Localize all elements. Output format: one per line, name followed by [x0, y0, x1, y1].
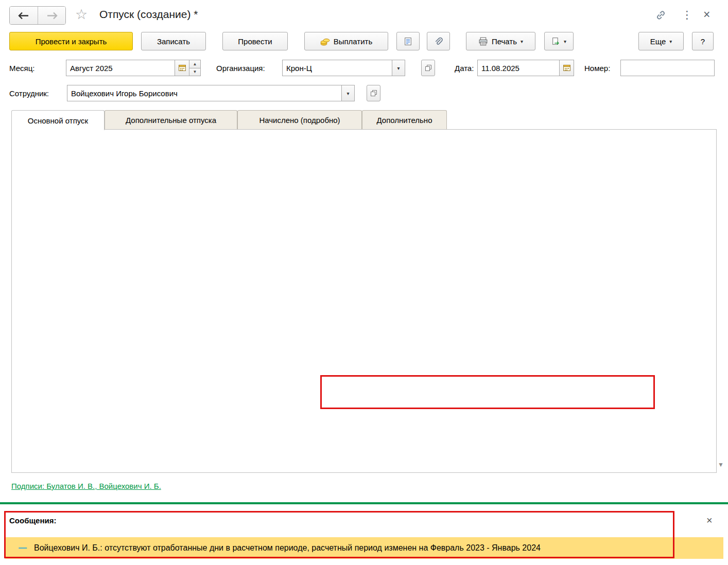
post-and-close-label: Провести и закрыть	[36, 37, 107, 46]
page-title: Отпуск (создание) *	[99, 8, 198, 21]
date-field: 11.08.2025	[477, 60, 574, 76]
employee-open-button[interactable]	[367, 85, 380, 101]
month-spinner-down[interactable]: ▼	[189, 68, 201, 77]
date-calendar-button[interactable]	[560, 60, 574, 76]
more-actions-label: Еще	[650, 37, 666, 46]
tab-label: Основной отпуск	[28, 116, 88, 125]
document-arrow-icon	[551, 37, 560, 46]
print-label: Печать	[492, 37, 517, 46]
attachments-button[interactable]	[427, 32, 450, 50]
number-field	[620, 60, 715, 76]
organization-label: Организация:	[216, 64, 265, 73]
month-label: Месяц:	[9, 64, 34, 73]
back-arrow-icon	[18, 12, 29, 20]
nav-buttons	[9, 6, 66, 25]
employee-field: Войцехович Игорь Борисович ▾	[67, 85, 355, 101]
favorite-star-icon[interactable]: ☆	[75, 6, 88, 23]
month-spinner: ▲ ▼	[189, 60, 201, 76]
tab-additional-vacations[interactable]: Дополнительные отпуска	[105, 110, 237, 129]
post-label: Провести	[238, 37, 272, 46]
create-based-on-button[interactable]: ▾	[544, 32, 574, 50]
messages-header: Сообщения:	[9, 516, 56, 525]
write-label: Записать	[157, 37, 190, 46]
window-close-icon[interactable]: ×	[703, 8, 710, 22]
calendar-icon	[563, 64, 571, 72]
help-label: ?	[701, 37, 705, 46]
date-label: Дата:	[455, 64, 474, 73]
nav-forward-button[interactable]	[38, 7, 65, 24]
help-button[interactable]: ?	[692, 32, 714, 50]
organization-input[interactable]: Крон-Ц	[282, 60, 392, 76]
pay-button[interactable]: Выплатить	[304, 32, 388, 50]
document-lines-icon	[404, 37, 412, 46]
month-spinner-up[interactable]: ▲	[189, 60, 201, 68]
employee-label: Сотрудник:	[9, 89, 49, 98]
forward-arrow-icon	[46, 12, 58, 20]
organization-open-button[interactable]	[421, 60, 435, 76]
date-input[interactable]: 11.08.2025	[477, 60, 560, 76]
tab-accrued-details[interactable]: Начислено (подробно)	[237, 110, 362, 129]
tab-label: Начислено (подробно)	[259, 116, 340, 125]
chevron-down-icon: ▾	[564, 39, 566, 44]
organization-field: Крон-Ц ▾	[282, 60, 405, 76]
link-icon[interactable]	[655, 9, 667, 23]
tab-label: Дополнительные отпуска	[126, 116, 216, 125]
organization-dropdown-button[interactable]: ▾	[392, 60, 405, 76]
print-button[interactable]: Печать ▾	[466, 32, 535, 50]
message-row[interactable]: — Войцехович И. Б.: отсутствуют отработа…	[5, 537, 723, 559]
message-dash-icon: —	[19, 543, 27, 553]
month-input[interactable]: Август 2025	[66, 60, 175, 76]
chevron-down-icon: ▾	[521, 39, 523, 44]
employee-input[interactable]: Войцехович Игорь Борисович	[67, 85, 342, 101]
coins-icon	[320, 37, 330, 46]
messages-close-icon[interactable]: ×	[706, 515, 713, 526]
pay-label: Выплатить	[334, 37, 373, 46]
more-menu-icon[interactable]: ⋮	[682, 9, 692, 21]
chevron-down-icon: ▾	[397, 65, 400, 71]
chevron-down-icon: ▾	[669, 39, 672, 44]
message-text: Войцехович И. Б.: отсутствуют отработанн…	[34, 543, 541, 553]
month-calendar-button[interactable]	[175, 60, 189, 76]
printer-icon	[478, 37, 488, 46]
main-vacation-panel	[11, 129, 717, 473]
more-actions-button[interactable]: Еще ▾	[638, 32, 684, 50]
employee-dropdown-button[interactable]: ▾	[342, 85, 355, 101]
paperclip-icon	[434, 37, 443, 46]
post-button[interactable]: Провести	[222, 32, 288, 50]
document-details-button[interactable]	[396, 32, 420, 50]
signatures-link[interactable]: Подписи: Булатов И. В., Войцехович И. Б.	[11, 482, 161, 491]
separator-bar	[0, 502, 728, 504]
tab-main-vacation[interactable]: Основной отпуск	[11, 110, 105, 130]
open-form-icon	[370, 90, 377, 97]
write-button[interactable]: Записать	[141, 32, 206, 50]
post-and-close-button[interactable]: Провести и закрыть	[9, 32, 133, 50]
number-input[interactable]	[620, 60, 715, 76]
nav-back-button[interactable]	[10, 7, 38, 24]
open-form-icon	[425, 64, 432, 72]
month-field: Август 2025 ▲ ▼	[66, 60, 201, 76]
calendar-icon	[178, 64, 186, 72]
number-label: Номер:	[584, 64, 610, 73]
tab-additional[interactable]: Дополнительно	[362, 110, 447, 129]
tab-label: Дополнительно	[377, 116, 432, 125]
chevron-down-icon: ▾	[346, 91, 349, 96]
application-window: ☆ Отпуск (создание) * ⋮ × Провести и зак…	[0, 0, 728, 565]
scroll-down-icon[interactable]: ▼	[718, 461, 724, 468]
